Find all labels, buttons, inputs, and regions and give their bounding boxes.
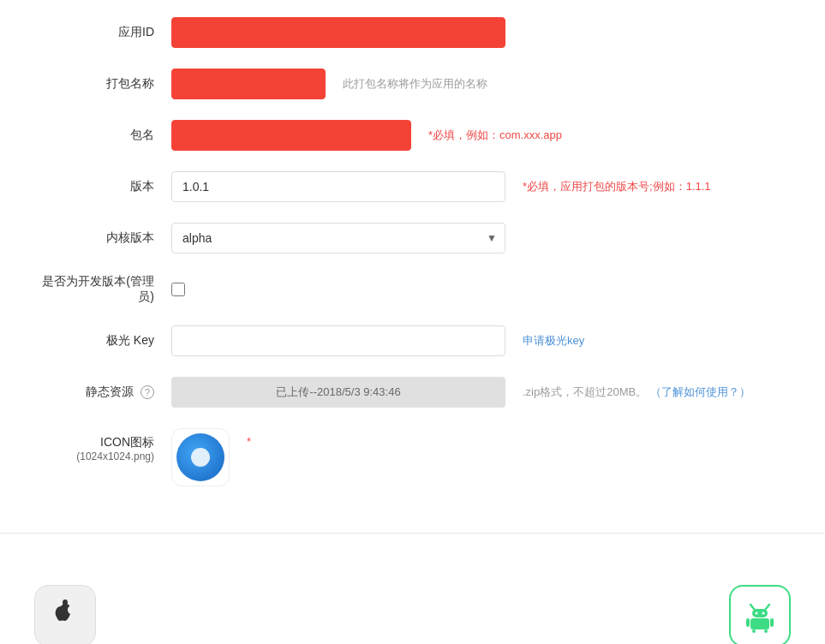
icon-control — [171, 428, 230, 486]
app-id-label: 应用ID — [34, 25, 171, 40]
dev-version-row: 是否为开发版本(管理员) — [34, 274, 791, 305]
kernel-version-select-wrap: alpha beta stable ▼ — [171, 223, 505, 253]
package-name-hint: 此打包名称将作为应用的名称 — [343, 76, 487, 92]
svg-point-0 — [63, 599, 68, 605]
jpush-key-row: 极光 Key 申请极光key — [34, 325, 791, 356]
svg-point-4 — [756, 612, 758, 615]
dev-version-checkbox[interactable] — [171, 283, 185, 296]
app-id-row: 应用ID — [34, 17, 791, 48]
version-label: 版本 — [34, 179, 171, 194]
svg-rect-8 — [770, 618, 774, 627]
static-resource-control: 已上传--2018/5/3 9:43:46 — [171, 377, 505, 408]
android-platform[interactable]: Android — [729, 585, 791, 644]
package-name-input[interactable] — [171, 69, 326, 99]
icon-row: ICON图标 (1024x1024.png) * — [34, 428, 791, 486]
bundle-id-control — [171, 120, 411, 151]
version-row: 版本 *必填，应用打包的版本号;例如：1.1.1 — [34, 171, 791, 202]
svg-point-5 — [762, 612, 765, 615]
jpush-key-label: 极光 Key — [34, 333, 171, 349]
android-robot-icon — [741, 597, 779, 635]
ios-platform[interactable]: IOS — [34, 585, 96, 644]
version-hint: *必填，应用打包的版本号;例如：1.1.1 — [523, 179, 711, 194]
bundle-id-row: 包名 *必填，例如：com.xxx.app — [34, 120, 791, 151]
svg-rect-7 — [746, 618, 750, 627]
question-icon[interactable]: ? — [140, 385, 154, 399]
svg-rect-3 — [752, 609, 768, 617]
android-icon[interactable] — [729, 585, 791, 644]
app-id-input[interactable] — [171, 17, 505, 48]
svg-rect-6 — [750, 618, 769, 629]
jpush-key-input[interactable] — [171, 325, 505, 356]
static-resource-row: 静态资源 ? 已上传--2018/5/3 9:43:46 .zip格式，不超过2… — [34, 377, 791, 408]
icon-hint: * — [247, 428, 251, 448]
package-name-control — [171, 69, 326, 99]
svg-rect-10 — [764, 629, 768, 633]
app-form: 应用ID 打包名称 此打包名称将作为应用的名称 包名 *必填，例如：com.xx… — [0, 0, 825, 534]
icon-image[interactable] — [171, 428, 230, 486]
ios-icon[interactable] — [34, 585, 96, 644]
dev-version-control — [171, 283, 185, 296]
static-resource-button[interactable]: 已上传--2018/5/3 9:43:46 — [171, 377, 505, 408]
icon-inner-circle-shape — [191, 448, 210, 467]
svg-line-1 — [750, 605, 754, 609]
app-id-control — [171, 17, 505, 48]
package-name-row: 打包名称 此打包名称将作为应用的名称 — [34, 69, 791, 99]
kernel-version-select[interactable]: alpha beta stable — [171, 223, 505, 253]
apple-icon — [48, 599, 82, 633]
kernel-version-row: 内核版本 alpha beta stable ▼ — [34, 223, 791, 253]
platform-section: IOS — [0, 534, 825, 644]
bundle-id-label: 包名 — [34, 128, 171, 143]
kernel-version-label: 内核版本 — [34, 230, 171, 246]
icon-circle-shape — [176, 433, 224, 481]
dev-version-label: 是否为开发版本(管理员) — [34, 274, 171, 305]
static-resource-hint-text: .zip格式，不超过20MB。 — [523, 385, 647, 400]
icon-label: ICON图标 (1024x1024.png) — [34, 428, 171, 462]
svg-line-2 — [766, 605, 769, 609]
package-name-label: 打包名称 — [34, 76, 171, 92]
version-input[interactable] — [171, 171, 505, 202]
kernel-version-control: alpha beta stable ▼ — [171, 223, 505, 253]
svg-rect-9 — [752, 629, 756, 633]
bundle-id-hint: *必填，例如：com.xxx.app — [428, 128, 562, 143]
jpush-key-hint[interactable]: 申请极光key — [523, 333, 584, 349]
version-control — [171, 171, 505, 202]
static-resource-hint: .zip格式，不超过20MB。 （了解如何使用？） — [523, 385, 750, 400]
static-resource-label: 静态资源 ? — [34, 385, 171, 400]
bundle-id-input[interactable] — [171, 120, 411, 151]
static-resource-hint-link[interactable]: （了解如何使用？） — [650, 385, 750, 400]
jpush-key-control — [171, 325, 505, 356]
